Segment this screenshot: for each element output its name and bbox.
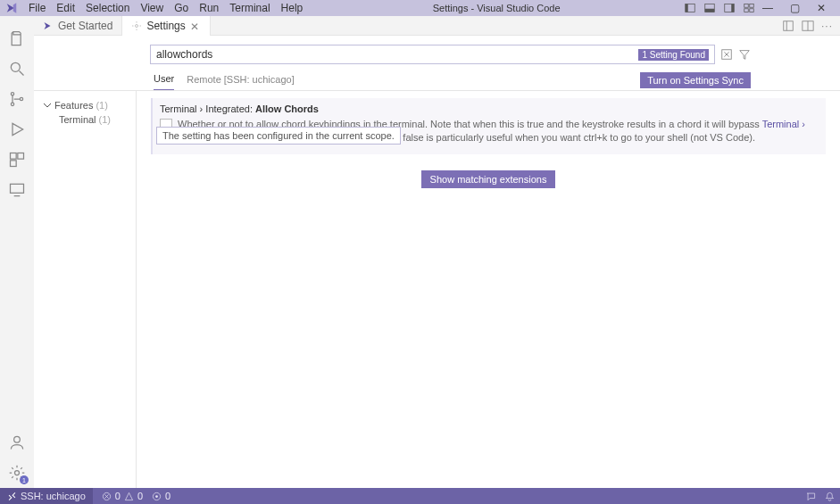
filter-icon[interactable]	[738, 48, 751, 61]
svg-rect-16	[18, 153, 24, 160]
chevron-down-icon	[43, 101, 52, 110]
svg-point-20	[14, 436, 21, 442]
settings-found-badge: 1 Setting Found	[638, 49, 709, 61]
remote-icon	[7, 492, 17, 501]
status-bar: SSH: uchicago 0 0 0	[0, 488, 840, 504]
menu-bar: File Edit Selection View Go Run Terminal…	[23, 2, 308, 14]
menu-terminal[interactable]: Terminal	[224, 2, 275, 14]
settings-outline: Features (1) Terminal (1)	[34, 91, 132, 488]
layout-customize-icon[interactable]	[744, 3, 754, 13]
menu-view[interactable]: View	[135, 2, 169, 14]
search-text: allowchords	[156, 48, 212, 61]
status-ports[interactable]: 0	[152, 491, 170, 501]
svg-point-21	[15, 471, 20, 475]
window-close[interactable]: ✕	[808, 2, 835, 14]
svg-rect-5	[731, 4, 734, 12]
tab-settings-label: Settings	[146, 20, 185, 32]
scope-remote-tab[interactable]: Remote [SSH: uchicago]	[187, 70, 294, 90]
settings-update-badge: 1	[20, 475, 29, 484]
svg-rect-17	[11, 161, 17, 167]
svg-rect-15	[11, 153, 17, 160]
split-editor-icon[interactable]	[802, 20, 814, 32]
svg-rect-9	[750, 9, 754, 12]
explorer-icon[interactable]	[7, 29, 27, 48]
open-json-icon[interactable]	[782, 20, 794, 32]
source-control-icon[interactable]	[7, 89, 27, 109]
tab-get-started-label: Get Started	[58, 20, 112, 32]
outline-features[interactable]: Features (1)	[43, 98, 132, 112]
setting-title: Terminal › Integrated: Allow Chords	[160, 103, 819, 114]
window-minimize[interactable]: —	[754, 2, 781, 14]
remote-explorer-icon[interactable]	[7, 180, 27, 200]
scope-user-tab[interactable]: User	[154, 70, 174, 90]
svg-point-13	[11, 103, 13, 105]
window-maximize[interactable]: ▢	[781, 2, 808, 14]
feedback-icon[interactable]	[806, 492, 816, 501]
tab-settings[interactable]: Settings ✕	[122, 16, 210, 36]
svg-rect-7	[750, 4, 754, 8]
menu-help[interactable]: Help	[276, 2, 309, 14]
svg-rect-8	[744, 9, 749, 12]
svg-point-12	[11, 93, 13, 95]
settings-gear-icon[interactable]: 1	[7, 463, 27, 483]
svg-rect-6	[744, 4, 749, 8]
setting-scope-tooltip: The setting has been configured in the c…	[156, 127, 401, 145]
layout-panel-icon[interactable]	[704, 3, 715, 13]
menu-selection[interactable]: Selection	[80, 2, 135, 14]
svg-rect-18	[11, 184, 24, 193]
svg-point-33	[155, 495, 158, 498]
warning-icon	[124, 492, 134, 501]
search-icon[interactable]	[7, 59, 27, 78]
layout-sidebar-left-icon[interactable]	[685, 3, 695, 13]
clear-search-icon[interactable]	[720, 48, 733, 61]
menu-go[interactable]: Go	[169, 2, 194, 14]
status-remote[interactable]: SSH: uchicago	[0, 488, 93, 504]
outline-terminal[interactable]: Terminal (1)	[43, 112, 132, 127]
editor-area: Get Started Settings ✕ ··· allowchords 1…	[34, 16, 840, 488]
menu-run[interactable]: Run	[194, 2, 224, 14]
svg-point-22	[136, 24, 138, 27]
svg-point-14	[20, 97, 22, 100]
tab-get-started[interactable]: Get Started	[34, 16, 122, 36]
run-debug-icon[interactable]	[7, 120, 27, 139]
vscode-small-icon	[43, 21, 54, 31]
title-layout-controls	[685, 3, 754, 13]
title-bar: File Edit Selection View Go Run Terminal…	[0, 0, 840, 16]
more-actions-icon[interactable]: ···	[821, 20, 833, 32]
svg-rect-3	[705, 9, 715, 12]
svg-rect-23	[784, 21, 794, 30]
status-problems[interactable]: 0 0	[102, 491, 143, 501]
svg-line-11	[20, 71, 24, 76]
ports-icon	[152, 492, 162, 501]
menu-file[interactable]: File	[23, 2, 51, 14]
svg-point-10	[11, 62, 20, 71]
settings-list: Terminal › Integrated: Allow Chords Whet…	[137, 91, 840, 488]
bell-icon[interactable]	[825, 492, 835, 501]
show-matching-extensions-button[interactable]: Show matching extensions	[421, 170, 556, 188]
settings-sync-button[interactable]: Turn on Settings Sync	[640, 72, 751, 88]
vscode-logo-icon	[5, 2, 18, 14]
close-icon[interactable]: ✕	[190, 21, 201, 31]
activity-bar: 1	[0, 16, 34, 488]
menu-edit[interactable]: Edit	[51, 2, 80, 14]
settings-search-input[interactable]: allowchords 1 Setting Found	[150, 45, 715, 64]
accounts-icon[interactable]	[7, 433, 27, 452]
gear-icon	[131, 21, 142, 31]
settings-editor: allowchords 1 Setting Found User Remote …	[34, 36, 840, 488]
window-title: Settings - Visual Studio Code	[308, 3, 685, 13]
layout-sidebar-right-icon[interactable]	[724, 3, 735, 13]
svg-rect-1	[686, 4, 688, 12]
error-icon	[102, 492, 112, 501]
tab-bar: Get Started Settings ✕ ···	[34, 16, 840, 36]
extensions-icon[interactable]	[7, 150, 27, 169]
